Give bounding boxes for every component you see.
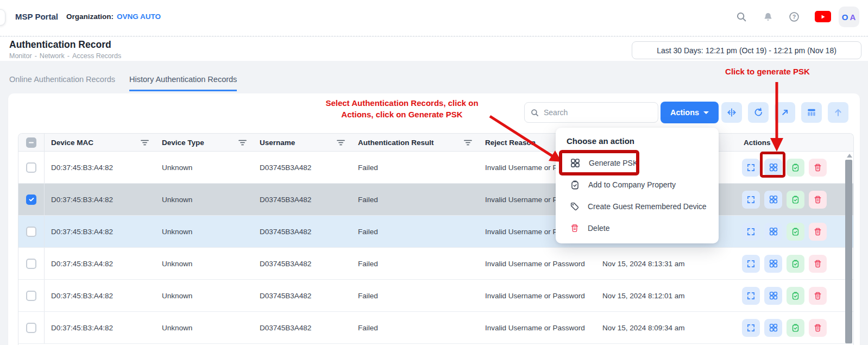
- manage-columns-button[interactable]: [801, 102, 822, 123]
- date-range-picker[interactable]: Last 30 Days: 12:21 pm (Oct 19) - 12:21 …: [632, 41, 861, 59]
- add-to-company-property-button[interactable]: [787, 223, 804, 241]
- row-checkbox[interactable]: [18, 248, 45, 279]
- filter-icon[interactable]: [238, 139, 247, 146]
- page-header: Authentication Record Monitor-Network-Ac…: [0, 37, 868, 61]
- column-resize-icon: [726, 107, 737, 118]
- row-checkbox[interactable]: [18, 312, 45, 343]
- column-resize-button[interactable]: [721, 102, 742, 123]
- menu-item-add-to-company-property[interactable]: Add to Company Property: [556, 174, 719, 196]
- expand-record-button[interactable]: [742, 223, 760, 241]
- add-to-company-property-button[interactable]: [787, 191, 804, 209]
- row-checkbox[interactable]: [18, 152, 45, 183]
- column-header-username[interactable]: Username: [253, 134, 351, 151]
- table-row[interactable]: D0:37:45:B3:A4:82 Unknown D03745B3A482 F…: [18, 312, 853, 344]
- brand-title: MSP Portal: [15, 12, 58, 21]
- cell-device-type: Unknown: [155, 196, 253, 204]
- cell-auth-result: Failed: [351, 164, 479, 172]
- search-box: [524, 102, 658, 123]
- cell-actions: [725, 223, 853, 241]
- qr-code-icon: [769, 323, 778, 333]
- search-icon[interactable]: [735, 10, 748, 23]
- tab-history-authentication-records[interactable]: History Authentication Records: [129, 75, 237, 91]
- delete-record-button[interactable]: [809, 159, 827, 177]
- clipboard-check-icon: [791, 163, 800, 172]
- delete-record-button[interactable]: [809, 319, 827, 337]
- breadcrumb-item[interactable]: Access Records: [72, 52, 121, 60]
- table-body: D0:37:45:B3:A4:82 Unknown D03745B3A482 F…: [18, 152, 853, 344]
- row-checkbox[interactable]: [18, 184, 45, 215]
- add-to-company-property-button[interactable]: [787, 255, 804, 273]
- trash-icon: [813, 163, 822, 172]
- delete-record-button[interactable]: [809, 223, 827, 241]
- generate-psk-button[interactable]: [764, 255, 782, 273]
- row-checkbox[interactable]: [18, 216, 45, 247]
- table-row[interactable]: D0:37:45:B3:A4:82 Unknown D03745B3A482 F…: [18, 248, 853, 280]
- cell-device-mac: D0:37:45:B3:A4:82: [45, 228, 155, 236]
- actions-dropdown: Choose an action Generate PSK Add to Com…: [556, 128, 719, 243]
- add-to-company-property-button[interactable]: [787, 287, 804, 305]
- cell-device-mac: D0:37:45:B3:A4:82: [45, 324, 155, 332]
- filter-icon[interactable]: [464, 139, 472, 146]
- breadcrumb-item[interactable]: Monitor: [9, 52, 32, 60]
- select-all-checkbox[interactable]: [18, 134, 45, 151]
- generate-psk-button[interactable]: [764, 191, 782, 209]
- cell-device-mac: D0:37:45:B3:A4:82: [45, 196, 155, 204]
- menu-item-create-guest-remembered-device[interactable]: Create Guest Remembered Device: [556, 196, 719, 217]
- organization-label: Organization:OVNG AUTO: [66, 12, 161, 21]
- tab-online-authentication-records[interactable]: Online Authentication Records: [9, 75, 115, 91]
- cell-auth-result: Failed: [351, 292, 479, 300]
- add-to-company-property-button[interactable]: [787, 159, 804, 177]
- generate-psk-button[interactable]: [764, 319, 782, 337]
- annotation-box-qr-action: [760, 152, 785, 178]
- scrollbar-thumb[interactable]: [845, 160, 852, 343]
- trash-icon: [813, 227, 822, 236]
- table-row[interactable]: D0:37:45:B3:A4:82 Unknown D03745B3A482 F…: [18, 216, 853, 248]
- vertical-scrollbar[interactable]: [845, 153, 853, 345]
- menu-item-delete[interactable]: Delete: [556, 217, 719, 239]
- breadcrumb-item[interactable]: Network: [40, 52, 65, 60]
- expand-record-button[interactable]: [742, 319, 760, 337]
- export-button[interactable]: [828, 102, 848, 123]
- expand-corners-icon: [746, 323, 756, 333]
- cell-username: D03745B3A482: [253, 228, 351, 236]
- generate-psk-button[interactable]: [764, 287, 782, 305]
- delete-record-button[interactable]: [809, 287, 827, 305]
- row-checkbox[interactable]: [18, 280, 45, 311]
- cell-actions: [725, 287, 853, 305]
- clipboard-check-icon: [791, 227, 800, 236]
- column-header-authentication-result[interactable]: Authentication Result: [351, 134, 479, 151]
- column-header-device-mac[interactable]: Device MAC: [45, 134, 155, 151]
- actions-button[interactable]: Actions: [661, 102, 719, 123]
- filter-icon[interactable]: [141, 139, 149, 146]
- cell-actions: [725, 255, 853, 273]
- delete-record-button[interactable]: [809, 255, 827, 273]
- generate-psk-button[interactable]: [764, 223, 782, 241]
- organization-value[interactable]: OVNG AUTO: [117, 12, 161, 21]
- column-header-device-type[interactable]: Device Type: [155, 134, 253, 151]
- top-bar: MSP Portal Organization:OVNG AUTO ? O: [0, 0, 868, 36]
- expand-record-button[interactable]: [742, 191, 760, 209]
- help-icon[interactable]: ?: [788, 10, 801, 23]
- avatar[interactable]: O A: [839, 7, 859, 27]
- table-row[interactable]: D0:37:45:B3:A4:82 Unknown D03745B3A482 F…: [18, 280, 853, 312]
- msp-portal-screen: MSP Portal Organization:OVNG AUTO ? O: [0, 0, 868, 345]
- cell-actions: [725, 319, 853, 337]
- delete-record-button[interactable]: [809, 191, 827, 209]
- add-to-company-property-button[interactable]: [787, 319, 804, 337]
- bell-icon[interactable]: [762, 10, 775, 23]
- refresh-button[interactable]: [748, 102, 769, 123]
- cell-device-mac: D0:37:45:B3:A4:82: [45, 292, 155, 300]
- scroll-up-arrow-icon[interactable]: [847, 154, 852, 158]
- youtube-icon[interactable]: [815, 11, 831, 22]
- expand-record-button[interactable]: [742, 255, 760, 273]
- search-input[interactable]: [544, 108, 652, 117]
- sidebar-toggle[interactable]: [0, 9, 5, 26]
- cell-auth-result: Failed: [351, 324, 479, 332]
- upload-icon: [833, 107, 844, 118]
- expand-record-button[interactable]: [742, 159, 760, 177]
- table-row[interactable]: D0:37:45:B3:A4:82 Unknown D03745B3A482 F…: [18, 184, 853, 216]
- table-row[interactable]: D0:37:45:B3:A4:82 Unknown D03745B3A482 F…: [18, 152, 853, 184]
- filter-icon[interactable]: [337, 139, 345, 146]
- expand-record-button[interactable]: [742, 287, 760, 305]
- expand-button[interactable]: [775, 102, 795, 123]
